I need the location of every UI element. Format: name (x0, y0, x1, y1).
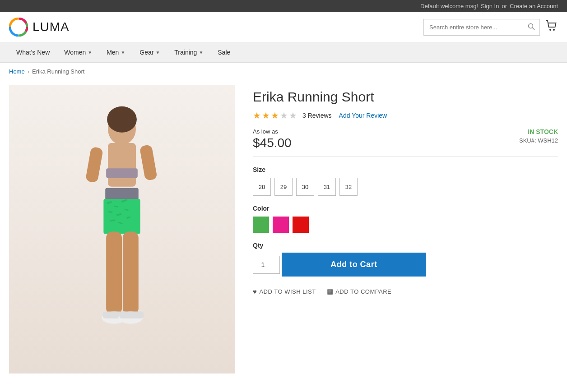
color-green[interactable] (253, 217, 269, 233)
size-28[interactable]: 28 (253, 178, 271, 196)
divider (253, 157, 558, 157)
welcome-message: Default welcome msg! (420, 3, 478, 9)
search-wrap (423, 19, 540, 36)
svg-point-30 (107, 106, 137, 133)
search-button[interactable] (523, 19, 539, 35)
svg-rect-11 (105, 188, 139, 200)
cart-button[interactable] (545, 20, 558, 34)
chevron-down-icon: ▼ (88, 50, 92, 55)
nav-item-training[interactable]: Training ▼ (167, 42, 210, 62)
add-to-compare-link[interactable]: ▦ ADD TO COMPARE (327, 287, 392, 295)
chevron-down-icon: ▼ (155, 50, 160, 55)
chevron-down-icon: ▼ (121, 50, 125, 55)
svg-rect-10 (106, 168, 138, 178)
breadcrumb-current: Erika Running Short (32, 68, 84, 75)
svg-rect-27 (119, 312, 144, 318)
breadcrumb-home[interactable]: Home (9, 68, 25, 75)
svg-rect-23 (123, 231, 139, 314)
color-options (253, 217, 558, 233)
color-red[interactable] (293, 217, 309, 233)
star-1: ★ (253, 110, 261, 121)
as-low-as: As low as (253, 128, 292, 135)
compare-icon: ▦ (327, 287, 334, 295)
nav-item-whats-new[interactable]: What's New (9, 42, 57, 62)
add-to-cart-button[interactable]: Add to Cart (282, 253, 426, 277)
qty-input[interactable] (253, 256, 280, 274)
size-label: Size (253, 166, 558, 173)
size-31[interactable]: 31 (318, 178, 336, 196)
qty-label: Qty (253, 242, 558, 249)
stock-sku: IN STOCK SKU#: WSH12 (519, 128, 558, 144)
svg-point-6 (549, 29, 551, 31)
product-info: Erika Running Short ★ ★ ★ ★ ★ 3 Reviews … (253, 85, 558, 374)
logo[interactable]: LUMA (9, 18, 70, 37)
sku-value: WSH12 (538, 137, 558, 144)
star-3: ★ (271, 110, 279, 121)
chevron-down-icon: ▼ (199, 50, 203, 55)
logo-text: LUMA (33, 20, 70, 34)
sku-line: SKU#: WSH12 (519, 137, 558, 144)
star-4: ★ (280, 110, 288, 121)
svg-point-4 (529, 23, 533, 28)
svg-rect-28 (85, 147, 103, 183)
search-input[interactable] (424, 20, 523, 34)
in-stock-badge: IN STOCK (519, 128, 558, 135)
or-separator: or (502, 3, 507, 9)
product-page: Erika Running Short ★ ★ ★ ★ ★ 3 Reviews … (0, 80, 567, 392)
top-bar: Default welcome msg! Sign In or Create a… (0, 0, 567, 12)
sku-label: SKU#: (519, 137, 536, 144)
nav-item-women[interactable]: Women ▼ (57, 42, 99, 62)
size-30[interactable]: 30 (296, 178, 314, 196)
size-32[interactable]: 32 (339, 178, 358, 196)
breadcrumb: Home › Erika Running Short (0, 63, 567, 80)
size-options: 28 29 30 31 32 (253, 178, 558, 196)
main-nav: What's New Women ▼ Men ▼ Gear ▼ Training… (0, 42, 567, 63)
product-price: $45.00 (253, 136, 292, 150)
svg-rect-12 (103, 199, 140, 234)
nav-item-men[interactable]: Men ▼ (99, 42, 132, 62)
price-block: As low as $45.00 IN STOCK SKU#: WSH12 (253, 128, 558, 150)
search-icon (528, 23, 535, 30)
add-review-link[interactable]: Add Your Review (339, 112, 387, 119)
star-5: ★ (289, 110, 297, 121)
header: LUMA (0, 12, 567, 42)
cart-icon (545, 20, 558, 31)
svg-point-7 (553, 29, 555, 31)
signin-link[interactable]: Sign In (481, 3, 499, 9)
color-pink[interactable] (273, 217, 289, 233)
luma-logo-icon (9, 18, 28, 37)
nav-item-sale[interactable]: Sale (210, 42, 237, 62)
reviews-count: 3 Reviews (302, 112, 332, 119)
nav-item-gear[interactable]: Gear ▼ (132, 42, 167, 62)
create-account-link[interactable]: Create an Account (510, 3, 558, 9)
add-to-wishlist-link[interactable]: ♥ ADD TO WISH LIST (253, 288, 316, 295)
svg-rect-29 (139, 144, 158, 181)
product-image-wrap (9, 85, 235, 374)
nav-inner: What's New Women ▼ Men ▼ Gear ▼ Training… (0, 42, 567, 62)
star-2: ★ (262, 110, 270, 121)
heart-icon: ♥ (253, 288, 257, 295)
svg-rect-9 (108, 143, 136, 187)
rating-row: ★ ★ ★ ★ ★ 3 Reviews Add Your Review (253, 110, 558, 121)
svg-rect-22 (106, 231, 122, 314)
product-image-svg (41, 103, 203, 374)
price-left: As low as $45.00 (253, 128, 292, 150)
actions-row: ♥ ADD TO WISH LIST ▦ ADD TO COMPARE (253, 287, 558, 295)
header-right (423, 19, 558, 36)
breadcrumb-separator: › (28, 68, 29, 75)
size-29[interactable]: 29 (274, 178, 293, 196)
star-rating: ★ ★ ★ ★ ★ (253, 110, 297, 121)
product-title: Erika Running Short (253, 89, 558, 105)
product-image-area (9, 85, 235, 374)
svg-line-5 (533, 28, 535, 30)
color-label: Color (253, 205, 558, 212)
